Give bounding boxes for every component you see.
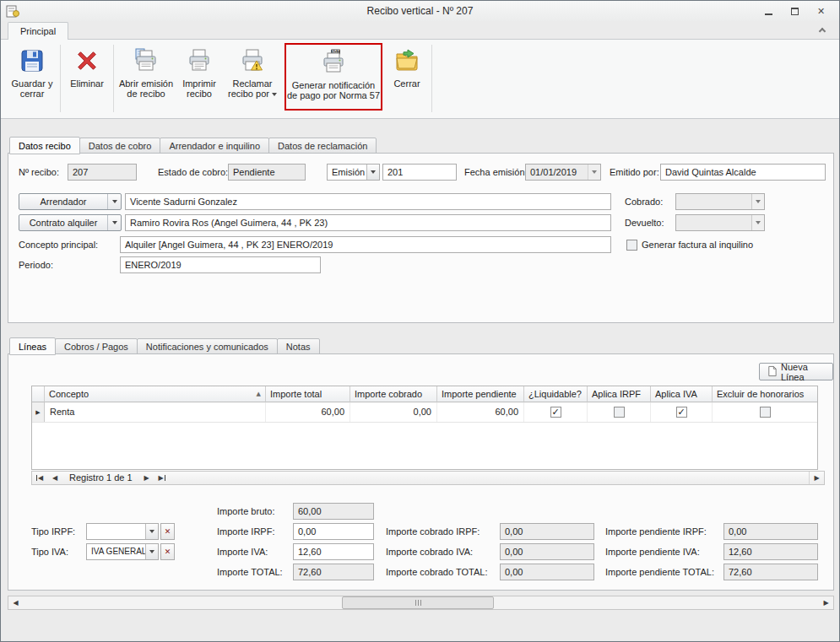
grid-row-renta[interactable]: ▶ Renta 60,00 0,00 60,00 <box>32 402 817 423</box>
devuelto-combo[interactable] <box>675 214 765 231</box>
generar-factura-checkbox[interactable]: Generar factura al inquilino <box>626 236 753 253</box>
grid-header-importe-pendiente[interactable]: Importe pendiente <box>437 386 524 402</box>
ribbon-tab-principal[interactable]: Principal <box>8 22 68 40</box>
scroll-right-arrow[interactable]: ▶ <box>819 596 833 609</box>
tipo-irpf-clear-button[interactable]: ✕ <box>160 523 175 540</box>
contrato-alquiler-dropdown-button[interactable]: Contrato alquiler <box>19 214 122 231</box>
n-recibo-input[interactable]: 207 <box>68 164 137 181</box>
grid-header-aplica-iva[interactable]: Aplica IVA <box>651 386 713 402</box>
aplica-irpf-checkbox[interactable] <box>614 407 625 418</box>
importe-cobrado-iva-input: 0,00 <box>500 543 594 560</box>
grid-header-importe-cobrado[interactable]: Importe cobrado <box>350 386 437 402</box>
aplica-iva-checkbox[interactable] <box>676 407 687 418</box>
tab-notas[interactable]: Notas <box>277 338 320 354</box>
lineas-grid: Concepto ▲ Importe total Importe cobrado… <box>31 386 818 470</box>
generar-notificacion-norma57-button[interactable]: N57 Generar notificación de pago por Nor… <box>286 45 381 107</box>
cell-concepto[interactable]: Renta <box>45 402 266 422</box>
importe-cobrado-iva-label: Importe cobrado IVA: <box>386 543 473 560</box>
previous-record-button[interactable]: ◀ <box>47 472 62 484</box>
chevron-down-icon <box>145 544 158 559</box>
chevron-up-icon <box>819 28 826 35</box>
importe-cobrado-total-label: Importe cobrado TOTAL: <box>386 564 487 580</box>
importe-total-label: Importe TOTAL: <box>217 564 283 580</box>
tab-datos-de-reclamacion[interactable]: Datos de reclamación <box>268 138 377 154</box>
importe-iva-input[interactable]: 12,60 <box>293 543 374 560</box>
nueva-linea-button[interactable]: Nueva Línea <box>759 363 833 380</box>
emision-numero-input[interactable]: 201 <box>382 164 457 181</box>
importe-bruto-label: Importe bruto: <box>217 503 274 520</box>
guardar-y-cerrar-button[interactable]: Guardar y cerrar <box>8 43 56 114</box>
grid-corner-cell <box>32 386 45 402</box>
cell-importe-cobrado[interactable]: 0,00 <box>350 402 437 422</box>
minimize-button[interactable] <box>762 5 775 18</box>
importe-irpf-label: Importe IRPF: <box>217 523 274 540</box>
concepto-principal-input[interactable]: Alquiler [Angel Guimera, 44 , PK 23] ENE… <box>120 236 611 253</box>
last-record-button[interactable]: ▶ <box>154 472 170 484</box>
cell-importe-pendiente[interactable]: 60,00 <box>437 402 524 422</box>
tipo-iva-combo[interactable]: IVA GENERAL <box>86 543 159 560</box>
importe-pendiente-total-label: Importe pendiente TOTAL: <box>605 564 714 580</box>
reclamar-recibo-dropdown-button[interactable]: Reclamar recibo por <box>225 43 280 114</box>
grid-header-concepto[interactable]: Concepto ▲ <box>45 386 266 402</box>
ribbon-collapse-button[interactable] <box>816 26 829 37</box>
printer-n57-icon: N57 <box>320 47 347 78</box>
recibo-tabstrip: Datos recibo Datos de cobro Arrendador e… <box>9 137 376 154</box>
tipo-irpf-combo[interactable] <box>86 523 159 540</box>
importe-bruto-input: 60,00 <box>293 503 374 520</box>
tab-notificaciones[interactable]: Notificaciones y comunicados <box>137 338 278 354</box>
chevron-down-icon <box>366 165 379 180</box>
tab-arrendador-e-inquilino[interactable]: Arrendador e inquilino <box>160 138 269 154</box>
first-record-button[interactable]: ◀ <box>32 472 47 484</box>
next-record-button[interactable]: ▶ <box>139 472 154 484</box>
horizontal-scrollbar[interactable]: ◀ ▶ <box>8 596 834 610</box>
printer-icon <box>186 46 213 76</box>
importe-irpf-input[interactable]: 0,00 <box>293 523 374 540</box>
chevron-down-icon <box>588 165 600 180</box>
scrollbar-thumb[interactable] <box>342 596 494 609</box>
importe-cobrado-irpf-input: 0,00 <box>500 523 594 540</box>
tipo-iva-clear-button[interactable]: ✕ <box>160 543 175 560</box>
maximize-button[interactable] <box>789 5 801 18</box>
imprimir-recibo-button[interactable]: Imprimir recibo <box>176 43 223 114</box>
ribbon-toolbar: Guardar y cerrar Eliminar Abrir emisión … <box>1 39 839 119</box>
tab-lineas[interactable]: Líneas <box>9 337 56 355</box>
importe-total-input: 72,60 <box>293 564 374 580</box>
close-button[interactable]: ✕ <box>815 5 827 18</box>
chevron-down-icon <box>272 93 277 96</box>
importe-pendiente-iva-label: Importe pendiente IVA: <box>605 543 700 560</box>
liquidable-checkbox[interactable] <box>550 407 561 418</box>
datos-recibo-panel: Nº recibo: 207 Estado de cobro: Pendient… <box>8 153 834 323</box>
cobrado-combo[interactable] <box>675 193 765 210</box>
grid-empty-area <box>32 423 817 469</box>
tab-datos-de-cobro[interactable]: Datos de cobro <box>79 138 161 154</box>
open-issue-printer-icon <box>133 46 160 76</box>
grid-header-aplica-irpf[interactable]: Aplica IRPF <box>588 386 651 402</box>
emision-combo[interactable]: Emisión <box>327 164 380 181</box>
toolbar-separator <box>113 45 114 112</box>
tab-cobros-pagos[interactable]: Cobros / Pagos <box>55 338 138 354</box>
grid-scroll-right-button[interactable]: ▶ <box>809 472 824 484</box>
fecha-emision-input[interactable]: 01/01/2019 <box>525 164 601 181</box>
periodo-input[interactable]: ENERO/2019 <box>120 256 321 273</box>
grid-header-excluir-honorarios[interactable]: Excluir de honorarios <box>713 386 817 402</box>
record-navigator: ◀ ◀ Registro 1 de 1 ▶ ▶ ▶ <box>31 471 825 485</box>
tab-datos-recibo[interactable]: Datos recibo <box>9 137 80 154</box>
contrato-alquiler-input[interactable]: Ramiro Rovira Ros (Angel Guimera, 44 , P… <box>125 214 611 231</box>
tipo-irpf-label: Tipo IRPF: <box>31 523 75 540</box>
cell-importe-total[interactable]: 60,00 <box>266 402 350 422</box>
arrendador-input[interactable]: Vicente Sadurni Gonzalez <box>125 193 611 210</box>
cerrar-button[interactable]: Cerrar <box>387 43 427 114</box>
record-count-label: Registro 1 de 1 <box>62 472 139 484</box>
eliminar-button[interactable]: Eliminar <box>65 43 109 114</box>
emitido-por-input[interactable]: David Quintas Alcalde <box>660 164 826 181</box>
abrir-emision-button[interactable]: Abrir emisión de recibo <box>118 43 174 114</box>
arrendador-dropdown-button[interactable]: Arrendador <box>19 193 122 210</box>
excluir-honorarios-checkbox[interactable] <box>760 407 771 418</box>
grid-header-importe-total[interactable]: Importe total <box>266 386 350 402</box>
n-recibo-label: Nº recibo: <box>19 164 59 181</box>
estado-cobro-input[interactable]: Pendiente <box>228 164 306 181</box>
scroll-left-arrow[interactable]: ◀ <box>8 596 23 609</box>
lineas-tabstrip: Líneas Cobros / Pagos Notificaciones y c… <box>9 337 319 354</box>
grid-header-liquidable[interactable]: ¿Liquidable? <box>524 386 588 402</box>
scrollbar-track[interactable] <box>23 596 819 609</box>
